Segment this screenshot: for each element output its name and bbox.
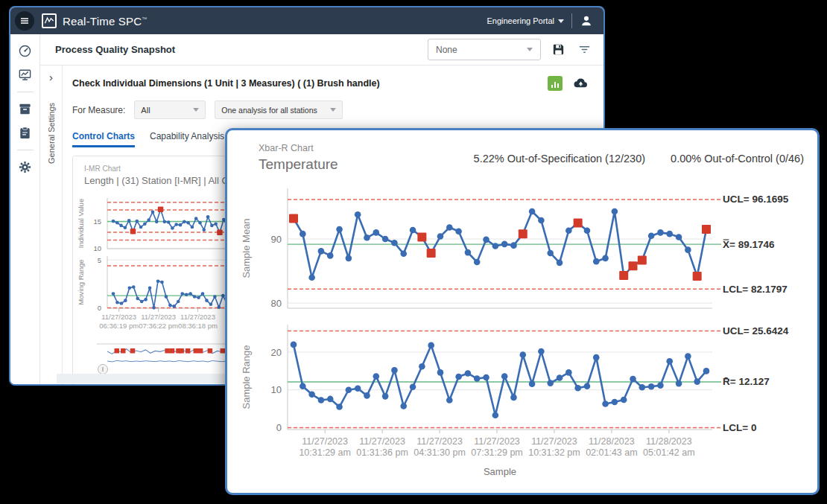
hamburger-menu-button[interactable] — [15, 11, 34, 31]
svg-text:05:01:42 am: 05:01:42 am — [643, 447, 695, 458]
snapshot-preset-select[interactable]: None — [428, 39, 541, 60]
app-logo-icon — [42, 13, 57, 28]
out-of-control-stat: 0.00% Out-of-Control (0/46) — [671, 153, 804, 165]
out-of-spec-stat: 5.22% Out-of-Specification (12/230) — [474, 153, 646, 165]
gear-icon — [18, 160, 32, 174]
svg-text:04:31:30 pm: 04:31:30 pm — [414, 447, 466, 458]
bar-chart-icon — [551, 85, 554, 88]
svg-text:LCL= 82.1797: LCL= 82.1797 — [723, 284, 788, 295]
xbar-header: Xbar-R Chart Temperature 5.22% Out-of-Sp… — [227, 130, 817, 173]
svg-text:11/28/2023: 11/28/2023 — [646, 436, 692, 447]
xbar-chart-type-label: Xbar-R Chart — [259, 143, 802, 153]
svg-text:UCL= 25.6424: UCL= 25.6424 — [723, 325, 789, 336]
screenshot-canvas: Real-Time SPC™ Engineering Portal — [0, 0, 827, 504]
chevron-down-icon — [330, 108, 336, 112]
analysis-panel-title: Check Individual Dimensions (1 Unit | 3 … — [72, 78, 548, 89]
xbar-r-window: Xbar-R Chart Temperature 5.22% Out-of-Sp… — [225, 128, 820, 495]
expand-settings-button[interactable]: › — [40, 71, 62, 83]
clipboard-icon — [18, 126, 32, 140]
svg-text:0: 0 — [276, 422, 282, 433]
sidebar-divider — [17, 92, 34, 92]
chevron-down-icon — [558, 19, 564, 23]
svg-text:08:36:18 pm: 08:36:18 pm — [178, 322, 218, 330]
svg-text:11/27/2023: 11/27/2023 — [101, 313, 136, 321]
chart-view-button[interactable] — [548, 76, 563, 91]
sidebar-item-monitoring[interactable] — [18, 68, 32, 82]
general-settings-rail: › General Settings — [40, 66, 63, 384]
svg-text:80: 80 — [271, 298, 282, 309]
portal-label: Engineering Portal — [487, 16, 554, 25]
save-button[interactable] — [551, 42, 565, 57]
svg-text:06:36:19 pm: 06:36:19 pm — [99, 322, 139, 330]
svg-text:11/27/2023: 11/27/2023 — [531, 436, 577, 447]
sidebar-item-settings[interactable] — [18, 160, 32, 174]
svg-text:10: 10 — [271, 384, 282, 395]
general-settings-label: General Settings — [47, 103, 56, 164]
svg-text:10:31:32 pm: 10:31:32 pm — [528, 447, 580, 458]
page-title: Process Quality Snapshot — [55, 44, 428, 55]
svg-text:11/27/2023: 11/27/2023 — [474, 436, 520, 447]
svg-text:90: 90 — [271, 234, 282, 245]
analysis-mode-select[interactable]: One analysis for all stations — [215, 101, 343, 119]
svg-text:UCL= 96.1695: UCL= 96.1695 — [723, 194, 789, 205]
sidebar-divider — [17, 150, 34, 150]
svg-text:15: 15 — [93, 217, 101, 226]
svg-text:Sample Mean: Sample Mean — [241, 218, 252, 278]
svg-text:20: 20 — [271, 347, 282, 358]
svg-text:10: 10 — [93, 244, 101, 252]
svg-text:11/27/2023: 11/27/2023 — [359, 436, 405, 447]
svg-text:Sample: Sample — [484, 466, 516, 477]
svg-text:11/27/2023: 11/27/2023 — [141, 313, 176, 321]
gauge-icon — [18, 44, 32, 58]
tab-capability-analysis[interactable]: Capability Analysis — [150, 131, 224, 147]
tab-control-charts[interactable]: Control Charts — [72, 131, 135, 147]
svg-text:Individual Value: Individual Value — [77, 199, 85, 248]
portal-dropdown[interactable]: Engineering Portal — [487, 16, 564, 25]
xbar-r-control-charts[interactable]: 9080UCL= 96.1695X̿= 89.1746LCL= 82.1797S… — [233, 179, 818, 486]
svg-text:5: 5 — [98, 256, 101, 264]
preset-value: None — [436, 45, 457, 55]
for-measure-label: For Measure: — [72, 105, 125, 115]
top-navbar: Real-Time SPC™ Engineering Portal — [10, 7, 603, 34]
sidebar-item-dashboard[interactable] — [18, 44, 32, 58]
svg-text:10:31:29 am: 10:31:29 am — [299, 447, 351, 458]
app-title: Real-Time SPC™ — [63, 15, 147, 28]
measure-select[interactable]: All — [134, 101, 206, 119]
svg-text:07:36:22 pm: 07:36:22 pm — [139, 322, 178, 330]
cloud-export-button[interactable] — [573, 75, 589, 91]
monitor-chart-icon — [18, 68, 32, 82]
svg-text:X̿= 89.1746: X̿= 89.1746 — [723, 239, 775, 250]
svg-text:LCL= 0: LCL= 0 — [723, 422, 756, 433]
filter-button[interactable] — [577, 42, 592, 57]
svg-text:11/27/2023: 11/27/2023 — [180, 313, 215, 321]
chevron-down-icon — [527, 48, 533, 51]
chevron-down-icon — [193, 108, 199, 112]
svg-text:11/27/2023: 11/27/2023 — [416, 436, 463, 447]
svg-text:11/28/2023: 11/28/2023 — [589, 436, 635, 447]
user-account-button[interactable] — [580, 14, 593, 28]
sidebar-item-archive[interactable] — [18, 102, 32, 116]
sidebar-item-reports[interactable] — [18, 126, 32, 140]
trademark: ™ — [142, 16, 147, 22]
svg-text:02:01:43 am: 02:01:43 am — [586, 447, 638, 458]
svg-text:Moving Range: Moving Range — [77, 259, 85, 304]
svg-text:11/27/2023: 11/27/2023 — [302, 436, 348, 447]
page-header: Process Quality Snapshot None — [40, 34, 603, 66]
svg-text:07:31:29 pm: 07:31:29 pm — [471, 447, 523, 458]
archive-icon — [18, 102, 32, 116]
svg-text:0: 0 — [98, 304, 101, 312]
svg-text:R̄= 12.127: R̄= 12.127 — [723, 376, 770, 387]
left-icon-sidebar — [10, 34, 40, 384]
svg-text:01:31:36 pm: 01:31:36 pm — [356, 447, 408, 458]
hamburger-icon — [19, 16, 30, 26]
svg-text:Sample Range: Sample Range — [241, 345, 252, 409]
navbar-divider — [571, 13, 572, 28]
